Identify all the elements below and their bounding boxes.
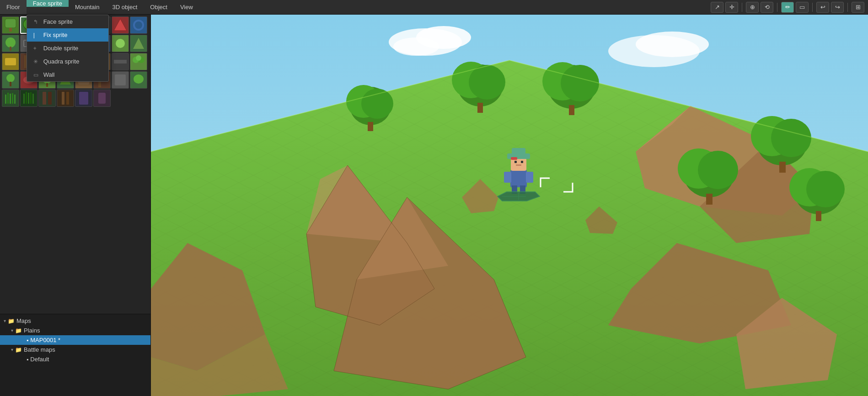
svg-point-32 (116, 39, 125, 48)
tree-page-icon: ▪ (27, 356, 28, 363)
svg-rect-57 (7, 93, 9, 104)
svg-rect-128 (521, 161, 523, 163)
menu-3d-object[interactable]: 3D object (106, 0, 144, 14)
svg-rect-119 (510, 170, 527, 187)
toolbar-separator-3 (812, 3, 813, 12)
svg-rect-68 (62, 92, 64, 105)
svg-rect-66 (43, 92, 46, 105)
tree-folder-icon: 📁 (15, 327, 22, 334)
svg-point-101 (469, 65, 505, 100)
sprite-cell[interactable] (57, 90, 74, 107)
fix-sprite-icon: | (33, 32, 40, 38)
map-area[interactable] (151, 15, 868, 396)
sprite-cell[interactable] (2, 35, 19, 52)
svg-rect-129 (516, 164, 521, 166)
sprite-cell[interactable] (2, 71, 19, 89)
svg-point-97 (361, 89, 393, 119)
sprite-cell[interactable] (112, 16, 129, 34)
svg-rect-0 (5, 19, 16, 28)
tree-item-map0001[interactable]: ▪ MAP0001 * (0, 335, 150, 345)
sprite-cell[interactable] (20, 90, 38, 107)
tool-transform[interactable]: ⊕ (746, 2, 759, 13)
svg-rect-106 (569, 105, 574, 115)
tool-pen[interactable]: ✏ (781, 2, 794, 13)
sprite-cell[interactable] (2, 53, 19, 70)
toolbar-separator-4 (847, 3, 848, 12)
dropdown-fix-sprite[interactable]: | Fix sprite (27, 28, 108, 42)
menu-object[interactable]: Object (144, 0, 174, 14)
tree-label-plains: Plains (24, 327, 40, 334)
sprite-cell[interactable] (112, 53, 129, 70)
sprite-cell[interactable] (112, 35, 129, 52)
tool-move[interactable]: ✛ (725, 2, 738, 13)
svg-rect-110 (779, 162, 786, 173)
svg-marker-33 (133, 38, 144, 49)
svg-rect-60 (14, 95, 16, 104)
svg-point-113 (698, 151, 738, 189)
menu-view[interactable]: View (174, 0, 199, 14)
menu-face-sprite[interactable]: Face sprite (27, 0, 69, 7)
sprite-cell[interactable] (112, 71, 129, 89)
menu-mountain[interactable]: Mountain (69, 0, 106, 14)
sprite-cell[interactable] (2, 90, 19, 107)
tool-extra[interactable]: ⊞ (852, 2, 864, 13)
svg-rect-62 (26, 92, 27, 104)
tree-item-battle-maps[interactable]: ▾ 📁 Battle maps (0, 345, 150, 354)
svg-rect-54 (115, 74, 126, 85)
tool-arrow[interactable]: ↗ (711, 2, 723, 13)
svg-marker-17 (114, 19, 127, 31)
svg-rect-121 (526, 172, 533, 183)
menu-floor[interactable]: Floor (0, 0, 27, 14)
tool-redo[interactable]: ↪ (831, 2, 844, 13)
svg-rect-63 (28, 93, 29, 104)
sprite-cell[interactable] (130, 71, 147, 89)
svg-point-77 (636, 32, 709, 57)
svg-point-117 (806, 171, 845, 207)
svg-point-105 (561, 65, 599, 101)
tree-item-default[interactable]: ▪ Default (0, 354, 150, 364)
menu-bar: Floor Face sprite ↰ Face sprite | Fix sp… (0, 0, 868, 15)
tree-label-battle-maps: Battle maps (24, 346, 55, 353)
dropdown-menu: ↰ Face sprite | Fix sprite + Double spri… (27, 15, 109, 82)
sprite-cell[interactable] (130, 53, 147, 70)
svg-rect-41 (114, 60, 127, 63)
toolbar-separator-1 (742, 3, 742, 12)
svg-rect-2 (9, 28, 12, 32)
svg-rect-46 (10, 82, 11, 86)
tree-expand-maps[interactable]: ▾ (4, 318, 6, 323)
tree-label-maps: Maps (16, 317, 31, 324)
tree-item-maps[interactable]: ▾ 📁 Maps (0, 316, 150, 326)
svg-rect-56 (5, 95, 6, 104)
svg-rect-71 (98, 93, 106, 104)
tool-path[interactable]: ⟲ (761, 2, 773, 13)
tool-rect[interactable]: ▭ (796, 2, 809, 13)
sprite-cell[interactable] (75, 90, 92, 107)
svg-rect-34 (5, 58, 16, 65)
double-sprite-icon: + (33, 45, 40, 52)
sprite-cell[interactable] (2, 16, 19, 34)
svg-point-45 (6, 74, 15, 82)
tree-expand-battle-maps[interactable]: ▾ (11, 347, 13, 352)
svg-point-44 (136, 55, 141, 61)
sprite-cell[interactable] (93, 90, 111, 107)
svg-rect-58 (10, 94, 11, 104)
sprite-cell[interactable] (130, 35, 147, 52)
svg-rect-59 (12, 93, 13, 104)
map-viewport (151, 15, 868, 396)
sprite-cell[interactable] (38, 90, 56, 107)
dropdown-wall[interactable]: ▭ Wall (27, 68, 108, 81)
dropdown-face-sprite[interactable]: ↰ Face sprite (27, 15, 108, 28)
tree-panel: ▾ 📁 Maps ▾ 📁 Plains ▪ MAP0001 * ▾ (0, 314, 150, 396)
menu-left: Floor Face sprite ↰ Face sprite | Fix sp… (0, 0, 199, 14)
dropdown-double-sprite[interactable]: + Double sprite (27, 42, 108, 55)
tree-item-plains[interactable]: ▾ 📁 Plains (0, 326, 150, 335)
sprite-cell[interactable] (130, 16, 147, 34)
tool-undo[interactable]: ↩ (816, 2, 829, 13)
svg-point-109 (771, 119, 811, 157)
svg-rect-64 (30, 92, 32, 104)
svg-rect-126 (512, 148, 525, 154)
dropdown-quadra-sprite[interactable]: ✳ Quadra sprite (27, 55, 108, 68)
tree-expand-plains[interactable]: ▾ (11, 328, 13, 333)
wall-icon: ▭ (33, 72, 40, 78)
svg-rect-127 (514, 161, 517, 163)
